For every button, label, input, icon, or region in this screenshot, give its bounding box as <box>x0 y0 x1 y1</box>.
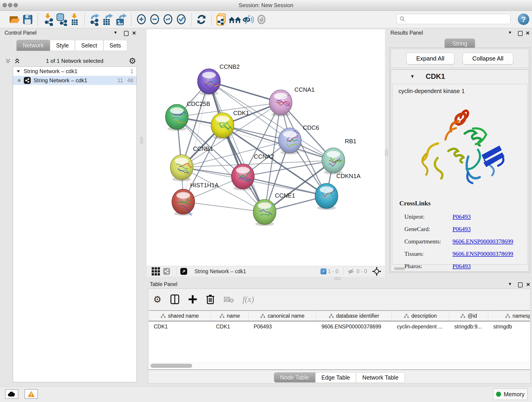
delete-column-icon[interactable] <box>206 294 215 305</box>
gear-icon[interactable]: ⚙ <box>129 57 136 65</box>
tab-sets[interactable]: Sets <box>103 40 127 51</box>
float-panel-icon[interactable] <box>518 31 523 36</box>
tab-style[interactable]: Style <box>50 40 75 51</box>
network-node-CCNA2[interactable] <box>231 164 254 191</box>
table-cell[interactable]: 9606.ENSP00000378699 <box>317 321 392 332</box>
column-header-namespace[interactable]: namespace <box>488 311 530 321</box>
open-in-window-icon[interactable] <box>180 268 187 275</box>
close-panel-icon[interactable]: ✕ <box>526 282 530 288</box>
warnings-button[interactable] <box>25 389 38 399</box>
table-cell[interactable]: stringdb <box>488 321 530 332</box>
close-panel-icon[interactable]: ✕ <box>526 30 530 36</box>
network-node-CCNE1[interactable] <box>253 199 276 226</box>
network-node-CDKN1A[interactable] <box>315 183 338 210</box>
tree-expand-icon[interactable] <box>16 69 20 73</box>
fit-content-button[interactable] <box>161 13 175 26</box>
column-header-canonical-name[interactable]: canonical name <box>249 311 317 321</box>
add-column-icon[interactable] <box>188 294 197 304</box>
table-cell[interactable]: cyclin-dependent ... <box>392 321 449 332</box>
string-home-button[interactable] <box>228 13 241 26</box>
import-network-from-file-button[interactable] <box>41 13 55 26</box>
search-input[interactable] <box>407 16 510 22</box>
import-network-from-database-button[interactable] <box>55 13 68 26</box>
crosslink-link[interactable]: P06493 <box>452 213 471 220</box>
import-table-from-file-button[interactable] <box>68 13 81 26</box>
string-import-button[interactable] <box>215 13 228 26</box>
zoom-selected-button[interactable] <box>175 13 188 26</box>
column-header-shared-name[interactable]: shared name <box>149 311 211 321</box>
column-header-description[interactable]: description <box>392 311 449 321</box>
network-canvas[interactable]: CCNB2CCNA1CDC25BCDK1CDC6RB1CCNB1CCNA2CDK… <box>147 29 385 266</box>
function-builder-icon[interactable]: f(x) <box>243 294 254 304</box>
export-image-button[interactable] <box>114 13 128 26</box>
string-overlay-icon[interactable] <box>163 268 170 275</box>
expand-all-button[interactable]: Expand All <box>406 53 454 64</box>
panel-menu-icon[interactable]: ▼ <box>508 282 512 287</box>
scrollbar-thumb[interactable] <box>151 364 192 368</box>
table-cell[interactable]: CDK1 <box>149 321 211 332</box>
network-node-HIST1H1A[interactable] <box>172 189 195 216</box>
table-row[interactable]: CDK1CDK1P064939606.ENSP00000378699cyclin… <box>149 321 530 332</box>
tab-select[interactable]: Select <box>75 40 103 51</box>
tab-string[interactable]: String <box>444 38 475 49</box>
protein-structure-image[interactable] <box>411 96 509 195</box>
zoom-out-button[interactable] <box>148 13 161 26</box>
network-graph[interactable]: CCNB2CCNA1CDC25BCDK1CDC6RB1CCNB1CCNA2CDK… <box>147 29 385 266</box>
network-row[interactable]: String Network – cdk1 11 48 <box>13 76 137 85</box>
zoom-in-button[interactable] <box>135 13 148 26</box>
float-panel-icon[interactable] <box>124 31 128 36</box>
network-node-CCNB1[interactable] <box>170 155 193 181</box>
collapse-all-icon[interactable] <box>14 57 21 64</box>
search-field[interactable] <box>396 14 510 24</box>
table-horizontal-scrollbar[interactable] <box>149 363 530 369</box>
birds-eye-view-icon[interactable] <box>152 267 160 275</box>
crosslink-link[interactable]: P06493 <box>452 263 471 270</box>
float-panel-icon[interactable] <box>518 282 523 287</box>
collapse-all-button[interactable]: Collapse All <box>462 53 513 64</box>
column-header-database-identifier[interactable]: database identifier <box>317 311 392 321</box>
save-session-button[interactable] <box>21 13 34 26</box>
crosslink-link[interactable]: 9606.ENSP00000378699 <box>452 238 513 245</box>
tab-network-table[interactable]: Network Table <box>356 372 405 383</box>
left-splitter-grip[interactable] <box>140 137 143 144</box>
memory-button[interactable]: Memory <box>493 389 527 400</box>
export-table-button[interactable] <box>101 13 114 26</box>
results-scrollbar-thumb[interactable] <box>394 267 405 270</box>
tab-edge-table[interactable]: Edge Table <box>315 372 356 383</box>
table-cell[interactable]: CDK1 <box>211 321 249 332</box>
network-edge[interactable] <box>243 160 333 177</box>
crosslink-link[interactable]: 9606.ENSP00000378699 <box>452 250 513 257</box>
move-crosshair-icon[interactable] <box>372 267 381 276</box>
column-header-@id[interactable]: @id <box>449 311 488 321</box>
collapse-gene-icon[interactable]: ▼ <box>410 74 415 79</box>
table-settings-icon[interactable]: ⚙ <box>153 295 162 304</box>
cloud-button[interactable] <box>5 389 18 399</box>
hide-glyphs-button[interactable] <box>241 13 255 26</box>
open-session-button[interactable] <box>8 13 21 26</box>
tab-network[interactable]: Network <box>17 40 50 51</box>
network-collection-row[interactable]: String Network – cdk1 1 <box>13 67 137 76</box>
table-cell[interactable]: stringdb:9... <box>449 321 488 332</box>
network-node-RB1[interactable] <box>322 148 345 174</box>
network-edge[interactable] <box>183 202 265 212</box>
expand-all-icon[interactable] <box>5 57 12 64</box>
show-columns-icon[interactable] <box>170 294 179 304</box>
bottom-splitter-grip[interactable] <box>334 277 341 280</box>
tab-node-table[interactable]: Node Table <box>274 372 315 383</box>
show-structures-button[interactable] <box>255 13 268 26</box>
crosslink-link[interactable]: P06493 <box>452 226 471 233</box>
delete-table-icon[interactable] <box>223 295 234 303</box>
network-edge[interactable] <box>209 81 265 212</box>
network-node-CDC25B[interactable] <box>165 104 188 131</box>
selected-nodes-checkbox[interactable]: ✓ <box>321 268 326 274</box>
network-node-CCNB2[interactable] <box>197 69 220 95</box>
table-cell[interactable]: P06493 <box>249 321 317 332</box>
export-network-button[interactable] <box>88 13 101 26</box>
help-button[interactable]: ? <box>518 13 529 25</box>
refresh-view-button[interactable] <box>195 13 208 26</box>
hidden-eye-icon[interactable] <box>347 268 355 275</box>
panel-menu-icon[interactable]: ▼ <box>508 30 512 35</box>
network-node-CCNA1[interactable] <box>269 90 292 116</box>
close-panel-icon[interactable]: ✕ <box>132 30 136 36</box>
column-header-name[interactable]: name <box>211 311 249 321</box>
